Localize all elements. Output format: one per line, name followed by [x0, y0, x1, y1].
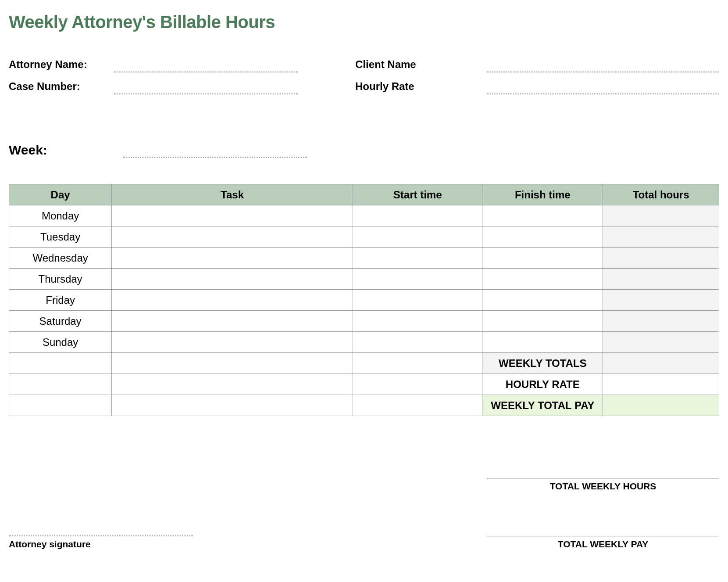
start-cell[interactable]	[353, 226, 482, 248]
header-total: Total hours	[603, 184, 719, 205]
summary-hourly-rate-value[interactable]	[603, 374, 719, 395]
day-cell: Monday	[9, 205, 112, 226]
day-cell: Saturday	[9, 311, 112, 332]
total-cell[interactable]	[603, 269, 719, 290]
table-row: Sunday	[9, 332, 719, 353]
summary-weekly-totals-row: WEEKLY TOTALS	[9, 353, 719, 374]
finish-cell[interactable]	[482, 269, 603, 290]
weekly-total-pay-value[interactable]	[603, 395, 719, 416]
finish-cell[interactable]	[482, 226, 603, 248]
day-cell: Wednesday	[9, 248, 112, 269]
week-row: Week:	[9, 143, 719, 158]
week-label: Week:	[9, 143, 123, 158]
finish-cell[interactable]	[482, 205, 603, 226]
total-weekly-hours-block: TOTAL WEEKLY HOURS	[487, 478, 719, 492]
client-name-label: Client Name	[355, 58, 487, 72]
total-weekly-hours-line[interactable]	[487, 478, 719, 478]
day-cell: Friday	[9, 290, 112, 311]
task-cell[interactable]	[112, 226, 353, 248]
task-cell[interactable]	[112, 290, 353, 311]
hourly-rate-input[interactable]	[487, 83, 719, 94]
attorney-name-input[interactable]	[114, 61, 298, 72]
signature-block: Attorney signature	[9, 535, 193, 550]
weekly-totals-value[interactable]	[603, 353, 719, 374]
header-finish: Finish time	[482, 184, 603, 205]
day-cell: Thursday	[9, 269, 112, 290]
total-cell[interactable]	[603, 205, 719, 226]
signature-label: Attorney signature	[9, 539, 193, 550]
finish-cell[interactable]	[482, 311, 603, 332]
info-grid: Attorney Name: Client Name Case Number: …	[9, 58, 719, 94]
table-row: Wednesday	[9, 248, 719, 269]
weekly-totals-label: WEEKLY TOTALS	[482, 353, 603, 374]
table-row: Monday	[9, 205, 719, 226]
total-weekly-pay-line[interactable]	[487, 535, 719, 536]
start-cell[interactable]	[353, 311, 482, 332]
totals-stack: TOTAL WEEKLY HOURS TOTAL WEEKLY PAY	[487, 478, 719, 550]
day-cell: Sunday	[9, 332, 112, 353]
table-row: Thursday	[9, 269, 719, 290]
summary-hourly-rate-row: HOURLY RATE	[9, 374, 719, 395]
total-cell[interactable]	[603, 311, 719, 332]
total-weekly-pay-label: TOTAL WEEKLY PAY	[487, 539, 719, 550]
header-task: Task	[112, 184, 353, 205]
summary-hourly-rate-label: HOURLY RATE	[482, 374, 603, 395]
summary-weekly-total-pay-row: WEEKLY TOTAL PAY	[9, 395, 719, 416]
table-row: Saturday	[9, 311, 719, 332]
task-cell[interactable]	[112, 269, 353, 290]
footer: Attorney signature TOTAL WEEKLY HOURS TO…	[9, 478, 719, 550]
week-input[interactable]	[123, 146, 307, 158]
table-row: Friday	[9, 290, 719, 311]
task-cell[interactable]	[112, 332, 353, 353]
day-cell: Tuesday	[9, 226, 112, 248]
total-cell[interactable]	[603, 248, 719, 269]
finish-cell[interactable]	[482, 332, 603, 353]
start-cell[interactable]	[353, 205, 482, 226]
page-title: Weekly Attorney's Billable Hours	[9, 12, 719, 32]
case-number-label: Case Number:	[9, 80, 114, 94]
start-cell[interactable]	[353, 332, 482, 353]
total-cell[interactable]	[603, 290, 719, 311]
start-cell[interactable]	[353, 248, 482, 269]
task-cell[interactable]	[112, 248, 353, 269]
case-number-input[interactable]	[114, 83, 298, 94]
total-cell[interactable]	[603, 332, 719, 353]
finish-cell[interactable]	[482, 290, 603, 311]
start-cell[interactable]	[353, 290, 482, 311]
total-weekly-pay-block: TOTAL WEEKLY PAY	[487, 535, 719, 550]
total-weekly-hours-label: TOTAL WEEKLY HOURS	[487, 481, 719, 492]
weekly-total-pay-label: WEEKLY TOTAL PAY	[482, 395, 603, 416]
timesheet-table: Day Task Start time Finish time Total ho…	[9, 184, 719, 416]
header-day: Day	[9, 184, 112, 205]
table-row: Tuesday	[9, 226, 719, 248]
start-cell[interactable]	[353, 269, 482, 290]
table-header-row: Day Task Start time Finish time Total ho…	[9, 184, 719, 205]
hourly-rate-label: Hourly Rate	[355, 80, 487, 94]
attorney-name-label: Attorney Name:	[9, 58, 114, 72]
task-cell[interactable]	[112, 311, 353, 332]
header-start: Start time	[353, 184, 482, 205]
total-cell[interactable]	[603, 226, 719, 248]
signature-line[interactable]	[9, 535, 193, 536]
finish-cell[interactable]	[482, 248, 603, 269]
client-name-input[interactable]	[487, 61, 719, 72]
task-cell[interactable]	[112, 205, 353, 226]
